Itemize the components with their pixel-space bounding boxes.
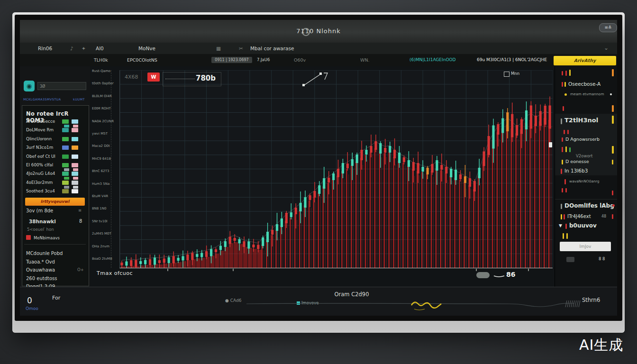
legend-color-swatch[interactable] bbox=[72, 172, 78, 176]
legend-color-swatch[interactable] bbox=[62, 181, 69, 185]
orange-action-button[interactable]: Irttyvqeuvwl bbox=[25, 198, 85, 206]
legend-item-label[interactable]: Obef eof Ct Ul bbox=[26, 154, 55, 159]
legend-color-swatch[interactable] bbox=[72, 181, 78, 185]
legend-color-swatch[interactable] bbox=[62, 155, 69, 159]
menu-item-2[interactable]: Al0 bbox=[96, 46, 104, 51]
chevron-down-icon[interactable]: ⌄ bbox=[604, 45, 609, 51]
layers-icon[interactable] bbox=[504, 72, 510, 77]
legend-color-swatch[interactable] bbox=[72, 189, 78, 193]
yellow-bar bbox=[612, 146, 614, 154]
sidebar-link-1[interactable]: MCKLGAMA35MVSTUA bbox=[23, 98, 61, 101]
faint-code: 4X68 bbox=[125, 74, 138, 80]
legend-item-label[interactable]: QlincUoronn bbox=[26, 136, 52, 141]
gray-tick bbox=[561, 204, 562, 209]
toolbar-item-1[interactable]: TLH0k bbox=[94, 57, 108, 63]
sidebar-link-2[interactable]: kUUMT bbox=[73, 98, 85, 101]
menu-item-1[interactable]: Rln06 bbox=[38, 46, 52, 51]
legend-color-swatch[interactable] bbox=[72, 137, 78, 141]
panel-row-2[interactable]: 38hnawkl bbox=[29, 218, 56, 224]
legend-item-label[interactable]: 4Jo2nuG L4o4 bbox=[26, 171, 55, 176]
speaker-icon[interactable] bbox=[566, 257, 574, 262]
yellow-scribble bbox=[411, 302, 441, 308]
panel-row-1[interactable]: 3ov (m 8de bbox=[26, 208, 53, 213]
legend-color-swatch[interactable] bbox=[72, 155, 78, 159]
watch-item[interactable]: Oseecbose-A bbox=[568, 81, 601, 87]
watch-sub: wavaNnNO0anrg bbox=[569, 179, 599, 183]
rightbar-button[interactable]: ImJov bbox=[560, 242, 611, 251]
tool-label: Mnn bbox=[511, 71, 519, 76]
y-axis-label: t0oth 0ap0er bbox=[92, 82, 118, 85]
primary-cta-button[interactable]: ArivAthy bbox=[554, 56, 616, 65]
search-icon[interactable]: ◉ bbox=[24, 81, 35, 91]
grid-icon[interactable]: ▦ bbox=[216, 46, 221, 51]
watch-header[interactable]: b0uuvov bbox=[569, 222, 597, 229]
monitor-inner-frame: 7110 Nlohnk ≡≜ Rln06 ♪ ✦ Al0 MoNve ▦ ✂ M… bbox=[15, 15, 622, 321]
menu-item-3[interactable]: MoNve bbox=[138, 46, 155, 51]
legend-sub-swatch bbox=[73, 125, 78, 127]
red-tick bbox=[563, 106, 564, 111]
legend-color-swatch[interactable] bbox=[72, 119, 78, 124]
legend-item-label[interactable]: El 600% cIfal bbox=[26, 163, 53, 167]
for-label: For bbox=[52, 295, 60, 301]
red-tick bbox=[564, 179, 566, 184]
legend-color-swatch[interactable] bbox=[62, 189, 69, 193]
panel-row-7[interactable]: Ovauwhawa bbox=[26, 267, 55, 273]
legend-color-swatch[interactable] bbox=[62, 119, 69, 124]
search-input[interactable]: 3Ø bbox=[37, 82, 86, 90]
window-controls[interactable]: ≡≜ bbox=[599, 23, 617, 32]
panel-row-2-count: 8 bbox=[79, 218, 82, 224]
legend-color-swatch[interactable] bbox=[72, 163, 78, 167]
orange-bar bbox=[612, 105, 614, 112]
toolbar-item-2[interactable]: EPC0COlotNS bbox=[127, 57, 157, 63]
watch-item[interactable]: In 13l6b3 bbox=[564, 168, 588, 173]
watch-item[interactable]: D eonesse bbox=[565, 159, 589, 164]
orange-bar bbox=[612, 69, 614, 76]
panel-row-7-toggle[interactable]: O+ bbox=[77, 267, 84, 272]
legend-color-swatch[interactable] bbox=[72, 128, 78, 132]
panel-row-3[interactable]: 5<oeuel′ hon bbox=[27, 227, 54, 232]
y-axis-dashed-line bbox=[111, 70, 112, 268]
legend-color-swatch[interactable] bbox=[62, 137, 69, 141]
panel-row-6[interactable]: Tuaoa.* Ovd bbox=[26, 259, 55, 264]
note-icon[interactable]: ♪ bbox=[70, 46, 73, 51]
title-bar: 7110 Nlohnk ≡≜ bbox=[20, 20, 617, 43]
watch-header[interactable]: DOomlIfes lAbg bbox=[564, 202, 614, 209]
legend-color-swatch[interactable] bbox=[62, 146, 69, 150]
legend-color-swatch[interactable] bbox=[72, 146, 78, 150]
menu-item-4[interactable]: Mbal cor awarase bbox=[250, 46, 294, 51]
value-2: 7.JaU6 bbox=[257, 57, 270, 62]
chart-area: Rvst-Qamot0oth 0ap0er8L0LM Ol4RE0tM ROHT… bbox=[90, 66, 555, 287]
yellow-tick bbox=[565, 146, 567, 152]
legend-color-swatch[interactable] bbox=[62, 172, 69, 176]
caret-icon[interactable]: ▼ bbox=[559, 223, 562, 228]
watch-header[interactable]: T2tlH3nol bbox=[564, 117, 598, 124]
panel-row-4[interactable]: MeNbimaavs bbox=[34, 236, 60, 240]
pill-icon[interactable] bbox=[476, 272, 490, 278]
y-axis-label: 6tuM V4R bbox=[92, 194, 118, 198]
star-icon[interactable]: ✦ bbox=[82, 46, 86, 51]
timeline-sparkline[interactable] bbox=[243, 299, 593, 313]
legend-item-label[interactable]: 4oEl3or2mm bbox=[26, 180, 53, 185]
red-tick bbox=[562, 137, 563, 142]
legend-sub-swatch bbox=[73, 168, 78, 171]
x-tick bbox=[233, 269, 234, 271]
y-axis-label: 8tnC 62T3 bbox=[92, 169, 118, 173]
legend-color-swatch[interactable] bbox=[62, 163, 69, 167]
candlestick-plot[interactable]: 4X68 W 780b Mnn bbox=[119, 70, 553, 268]
watch-item[interactable]: D Agnowsrserb bbox=[565, 136, 600, 142]
window-title: 7110 Nlohnk bbox=[20, 27, 617, 35]
legend-item-label[interactable]: Soothed 3cu4 bbox=[26, 189, 55, 193]
annotation-arrow: 86 bbox=[492, 269, 525, 280]
blue-link[interactable]: Omoo bbox=[26, 306, 38, 311]
scissors-icon[interactable]: ✂ bbox=[239, 46, 243, 51]
panel-row-8[interactable]: 260 eutdtoss bbox=[26, 276, 57, 281]
trendline-tool-icon[interactable] bbox=[300, 70, 328, 89]
legend-sub-swatch bbox=[64, 168, 69, 171]
watch-item[interactable]: ITr4J46ext bbox=[567, 214, 591, 219]
legend-color-swatch[interactable] bbox=[62, 128, 69, 132]
legend-item-label[interactable]: Arev 2eGecce bbox=[26, 119, 55, 124]
panel-row-5[interactable]: MCdounle Pobd bbox=[26, 251, 63, 256]
menu-lines-icon[interactable]: ≡ bbox=[78, 208, 82, 213]
legend-item-label[interactable]: 3urf N3co1m bbox=[26, 145, 53, 150]
legend-item-label[interactable]: DoLMove Rm bbox=[26, 127, 54, 132]
